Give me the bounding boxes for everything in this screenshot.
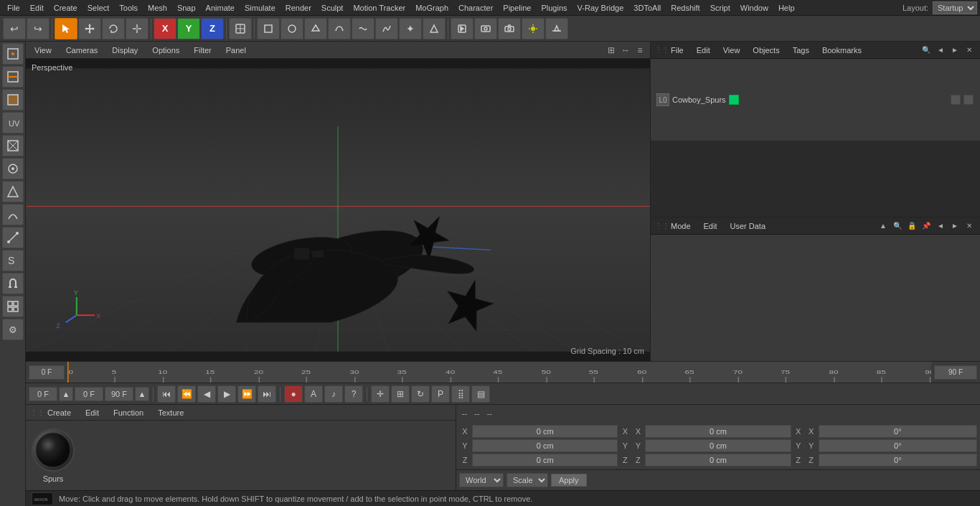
menu-plugins[interactable]: Plugins	[537, 2, 571, 14]
timeline-ruler[interactable]: 0 F 0 5 10 15 20	[26, 361, 980, 383]
material-item[interactable]: Spurs	[32, 428, 75, 483]
transport-grid-icon[interactable]: ⣿	[451, 385, 470, 403]
obj-close-icon[interactable]: ✕	[963, 44, 976, 57]
menu-redshift[interactable]: Redshift	[666, 2, 704, 14]
attr-search-icon[interactable]: 🔍	[891, 220, 904, 233]
menu-tools[interactable]: Tools	[115, 2, 142, 14]
cameras-menu[interactable]: Cameras	[62, 44, 103, 56]
menu-create[interactable]: Create	[50, 2, 82, 14]
transport-auto-key[interactable]: A	[304, 385, 323, 403]
obj-vis-icon-1[interactable]	[951, 95, 961, 105]
scale-tool-button[interactable]	[126, 18, 149, 39]
view-menu[interactable]: View	[30, 44, 56, 56]
attr-close-icon[interactable]: ✕	[963, 220, 976, 233]
transport-play-forward[interactable]: ▶	[217, 385, 236, 403]
obj-edit-menu[interactable]: Edit	[692, 44, 715, 56]
attr-lock-icon[interactable]: 🔒	[905, 220, 918, 233]
transport-pivot-icon[interactable]: P	[431, 385, 450, 403]
polygon-button[interactable]	[304, 18, 327, 39]
transport-record-button[interactable]: ●	[284, 385, 303, 403]
transport-goto-start[interactable]: ⏮	[157, 385, 176, 403]
transport-rotate-icon[interactable]: ↻	[411, 385, 430, 403]
rotate-tool-button[interactable]	[102, 18, 125, 39]
layout-select[interactable]: Startup	[933, 1, 977, 14]
deform-button[interactable]	[375, 18, 398, 39]
axis-y-button[interactable]: Y	[177, 18, 200, 39]
attr-nav-prev[interactable]: ◄	[934, 220, 947, 233]
uv-mode-button[interactable]: UV	[2, 112, 24, 133]
menu-pipeline[interactable]: Pipeline	[499, 2, 535, 14]
mat-edit-menu[interactable]: Edit	[81, 407, 103, 418]
mat-function-menu[interactable]: Function	[109, 407, 148, 418]
axis-x-button[interactable]: X	[154, 18, 176, 39]
menu-vray[interactable]: V-Ray Bridge	[573, 2, 628, 14]
menu-select[interactable]: Select	[83, 2, 114, 14]
effector-button[interactable]: ✦	[399, 18, 422, 39]
rot-x-field[interactable]: 0°	[819, 425, 977, 438]
rot-y-field[interactable]: 0°	[819, 439, 977, 452]
menu-mesh[interactable]: Mesh	[143, 2, 171, 14]
menu-file[interactable]: File	[3, 2, 24, 14]
move-tool-button[interactable]	[78, 18, 101, 39]
transport-scale-icon[interactable]: ⊞	[391, 385, 410, 403]
spline-button[interactable]	[352, 18, 374, 39]
viewport-canvas[interactable]: Perspective	[26, 59, 650, 361]
menu-motion-tracker[interactable]: Motion Tracker	[349, 2, 410, 14]
menu-edit[interactable]: Edit	[26, 2, 48, 14]
size-x-field[interactable]: 0 cm	[645, 425, 791, 438]
display-menu[interactable]: Display	[108, 44, 142, 56]
menu-render[interactable]: Render	[281, 2, 316, 14]
menu-script[interactable]: Script	[706, 2, 735, 14]
transport-end-adjust[interactable]: ▲	[135, 387, 149, 401]
undo-button[interactable]: ↩	[3, 18, 26, 39]
transport-step-forward[interactable]: ⏩	[237, 385, 256, 403]
viewport-settings-icon[interactable]: ≡	[634, 44, 646, 56]
transport-goto-end[interactable]: ⏭	[258, 385, 276, 403]
transport-start-frame[interactable]: 0 F	[29, 387, 57, 401]
grid-button[interactable]	[2, 296, 24, 317]
select-tool-button[interactable]	[55, 18, 77, 39]
size-z-field[interactable]: 0 cm	[645, 454, 791, 467]
panel-menu[interactable]: Panel	[222, 44, 250, 56]
terrain-button[interactable]	[423, 18, 446, 39]
camera-button[interactable]	[498, 18, 521, 39]
transport-end-frame-field[interactable]: 90 F	[105, 387, 133, 401]
menu-help[interactable]: Help	[774, 2, 799, 14]
settings-button[interactable]: ⚙	[2, 319, 24, 340]
transport-play-back[interactable]: ◀	[197, 385, 216, 403]
transport-film-icon[interactable]: ▤	[471, 385, 490, 403]
transport-start-adjust[interactable]: ▲	[59, 387, 73, 401]
light-button[interactable]	[522, 18, 545, 39]
filter-menu[interactable]: Filter	[189, 44, 215, 56]
attr-edit-menu[interactable]: Edit	[699, 220, 722, 232]
menu-character[interactable]: Character	[454, 2, 497, 14]
menu-mograph[interactable]: MoGraph	[411, 2, 453, 14]
obj-vis-icon-2[interactable]	[963, 95, 974, 105]
pos-x-field[interactable]: 0 cm	[472, 425, 618, 438]
texture-mode-button[interactable]	[2, 135, 24, 156]
attr-nav-next[interactable]: ►	[948, 220, 961, 233]
viewport-maximize-icon[interactable]: ↔	[620, 44, 631, 56]
transport-current-field[interactable]: 0 F	[75, 387, 103, 401]
floor-button[interactable]	[545, 18, 568, 39]
nurbs-button[interactable]	[328, 18, 351, 39]
transport-step-back[interactable]: ⏪	[177, 385, 196, 403]
menu-window[interactable]: Window	[736, 2, 773, 14]
attr-up-icon[interactable]: ▲	[877, 220, 890, 233]
menu-sculpt[interactable]: Sculpt	[317, 2, 348, 14]
rot-z-field[interactable]: 0°	[819, 454, 977, 467]
magnet-tool-button[interactable]	[2, 273, 24, 294]
obj-tags-menu[interactable]: Tags	[788, 44, 814, 56]
menu-snap[interactable]: Snap	[173, 2, 200, 14]
sculpt-mode-button[interactable]	[2, 204, 24, 225]
transport-move-icon[interactable]: ✛	[371, 385, 390, 403]
snap-mode-button[interactable]	[2, 158, 24, 179]
obj-file-menu[interactable]: File	[666, 44, 688, 56]
attr-mode-menu[interactable]: Mode	[666, 220, 695, 232]
viewport-fit-icon[interactable]: ⊞	[606, 44, 617, 56]
menu-3dtoall[interactable]: 3DToAll	[629, 2, 665, 14]
menu-simulate[interactable]: Simulate	[240, 2, 280, 14]
spline-tool-button[interactable]	[2, 227, 24, 248]
attr-pin-icon[interactable]: 📌	[920, 220, 933, 233]
apply-button[interactable]: Apply	[551, 474, 587, 487]
